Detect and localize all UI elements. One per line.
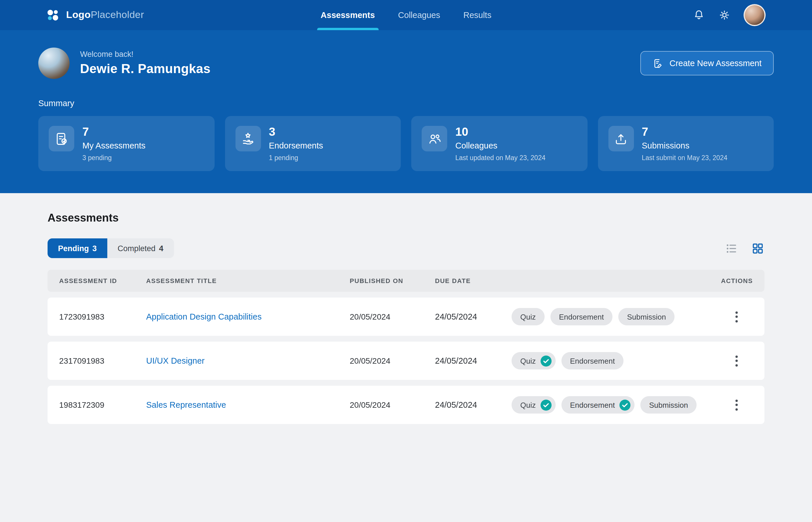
bell-icon[interactable] [692,9,705,21]
published-date: 20/05/2024 [350,356,435,365]
greeting-text: Welcome back! [80,50,210,59]
logo-text: LogoPlaceholder [66,9,144,21]
card-value: 7 [82,126,146,138]
tag-quiz: Quiz [511,308,544,325]
assessment-id: 1983172309 [59,400,146,409]
hero-section: Welcome back! Dewie R. Pamungkas Create … [0,30,812,193]
summary-cards: 7 My Assessments 3 pending 3 Endorsement… [38,116,774,171]
published-date: 20/05/2024 [350,312,435,321]
gear-icon[interactable] [718,9,731,21]
main-content: Assessments Pending3 Completed4 [0,212,812,424]
card-endorsements: 3 Endorsements 1 pending [225,116,401,171]
check-circle-icon [540,355,551,366]
due-date: 24/05/2024 [435,356,511,365]
card-my-assessments: 7 My Assessments 3 pending [38,116,214,171]
col-due-date: DUE DATE [435,277,511,284]
tab-completed[interactable]: Completed4 [107,238,174,258]
upload-icon [608,126,634,152]
user-avatar[interactable] [744,4,766,26]
nav-item-colleagues[interactable]: Colleagues [398,0,440,30]
tag-list: Quiz Endorsement [511,352,720,369]
colleagues-icon [422,126,447,152]
tag-endorsement: Endorsement [561,396,634,414]
assessments-table: ASSESSMENT ID ASSESSMENT TITLE PUBLISHED… [47,270,765,424]
published-date: 20/05/2024 [350,400,435,409]
card-value: 3 [269,126,323,138]
logo-icon [45,7,60,23]
page: LogoPlaceholder Assessments Colleagues R… [0,0,812,522]
col-actions: ACTIONS [720,277,753,284]
card-colleagues: 10 Colleagues Last updated on May 23, 20… [411,116,587,171]
table-row: 2317091983 UI/UX Designer 20/05/2024 24/… [47,342,765,380]
assessment-doc-icon [49,126,74,152]
tab-pending[interactable]: Pending3 [47,238,107,258]
assessment-title-link[interactable]: Sales Representative [146,400,226,409]
tag-list: Quiz Endorsement Submission [511,308,720,325]
list-view-icon[interactable] [725,242,738,255]
summary-label: Summary [38,99,774,108]
card-submissions: 7 Submissions Last submit on May 23, 202… [598,116,774,171]
user-name: Dewie R. Pamungkas [80,61,210,77]
tag-submission: Submission [640,396,696,414]
col-assessment-title: ASSESSMENT TITLE [146,277,350,284]
due-date: 24/05/2024 [435,400,511,409]
table-row: 1983172309 Sales Representative 20/05/20… [47,386,765,424]
status-tabs: Pending3 Completed4 [47,238,174,258]
page-title: Assessments [47,212,765,224]
create-new-assessment-button[interactable]: Create New Assessment [640,51,774,75]
card-value: 7 [642,126,727,138]
card-subtitle: 1 pending [269,154,323,161]
tag-endorsement: Endorsement [561,352,624,369]
card-title: Endorsements [269,141,323,150]
assessment-title-link[interactable]: UI/UX Designer [146,356,204,365]
due-date: 24/05/2024 [435,312,511,321]
navbar-actions [692,4,766,26]
assessment-title-link[interactable]: Application Design Capabilities [146,312,262,321]
nav-item-assessments[interactable]: Assessments [321,0,375,30]
assessment-id: 2317091983 [59,356,146,365]
welcome-block: Welcome back! Dewie R. Pamungkas [38,47,210,79]
tag-quiz: Quiz [511,396,555,414]
col-assessment-id: ASSESSMENT ID [59,277,146,284]
card-subtitle: 3 pending [82,154,146,161]
primary-nav: Assessments Colleagues Results [321,0,491,30]
tag-quiz: Quiz [511,352,555,369]
row-actions-menu[interactable] [720,308,753,326]
table-header-row: ASSESSMENT ID ASSESSMENT TITLE PUBLISHED… [47,270,765,292]
brand-logo[interactable]: LogoPlaceholder [45,7,144,23]
assessment-id: 1723091983 [59,312,146,321]
table-toolbar: Pending3 Completed4 [47,238,765,258]
endorsement-icon [235,126,261,152]
card-subtitle: Last updated on May 23, 2024 [455,154,546,161]
card-title: My Assessments [82,141,146,150]
tag-list: Quiz Endorsement Submission [511,396,720,414]
card-title: Colleagues [455,141,546,150]
row-actions-menu[interactable] [720,352,753,370]
top-navbar: LogoPlaceholder Assessments Colleagues R… [0,0,812,30]
card-value: 10 [455,126,546,138]
check-circle-icon [540,399,551,410]
new-document-icon [652,58,664,69]
grid-view-icon[interactable] [751,242,765,255]
tag-submission: Submission [618,308,674,325]
view-toggle [725,242,765,255]
card-title: Submissions [642,141,727,150]
nav-item-results[interactable]: Results [463,0,491,30]
check-circle-icon [620,399,630,410]
card-subtitle: Last submit on May 23, 2024 [642,154,727,161]
col-published-on: PUBLISHED ON [350,277,435,284]
profile-avatar[interactable] [38,47,69,79]
row-actions-menu[interactable] [720,396,753,414]
tag-endorsement: Endorsement [550,308,612,325]
table-row: 1723091983 Application Design Capabiliti… [47,298,765,336]
